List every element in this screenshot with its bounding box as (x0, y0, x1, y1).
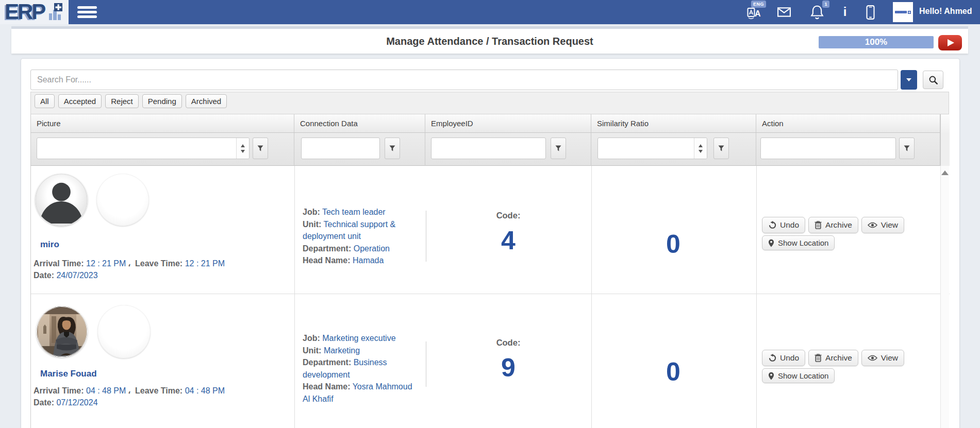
archive-button[interactable]: Archive (808, 217, 858, 233)
filter-button-action[interactable] (899, 138, 915, 159)
column-header-employeeid[interactable]: EmployeeID (425, 114, 591, 133)
search-button[interactable] (923, 71, 943, 89)
attendance-times: Arrival Time: 04 : 48 PM، Leave Time: 04… (34, 386, 225, 396)
view-button[interactable]: View (861, 217, 904, 233)
location-pin-icon (768, 239, 774, 247)
attendance-date: Date: 07/12/2024 (34, 398, 98, 407)
funnel-icon (257, 145, 264, 152)
funnel-icon (718, 145, 725, 152)
employee-code: Code: 9 (426, 338, 591, 381)
archive-button[interactable]: Archive (808, 350, 858, 366)
action-buttons: Undo Archive View (762, 217, 904, 233)
company-logo[interactable] (893, 2, 913, 22)
filter-button-similarity-ratio[interactable] (713, 138, 729, 159)
connection-data: Job: Marketing executive Unit: Marketing… (303, 332, 416, 405)
action-buttons-2: Show Location (762, 368, 835, 383)
tab-pending[interactable]: Pending (142, 94, 182, 108)
filter-input-employeeid[interactable] (431, 138, 546, 159)
funnel-icon (555, 145, 562, 152)
info-icon[interactable]: i (840, 5, 850, 19)
column-header-similarity-ratio[interactable]: Similarity Ratio (591, 114, 756, 133)
picture-filter-spinner[interactable] (236, 138, 249, 159)
notifications-bell-icon[interactable] (810, 5, 824, 22)
vertical-scrollbar[interactable] (940, 166, 949, 428)
app-logo[interactable]: ERP ERP (0, 0, 69, 24)
table-header: Picture Connection Data EmployeeID Simil… (30, 114, 949, 133)
scroll-up-icon[interactable] (941, 170, 949, 175)
company-logo-strip (895, 11, 907, 13)
filter-input-action[interactable] (760, 138, 896, 159)
filter-input-connection-data[interactable] (301, 138, 380, 159)
funnel-icon (903, 145, 910, 152)
view-button[interactable]: View (861, 350, 904, 366)
table-filter-row (30, 133, 949, 166)
top-navbar (0, 0, 980, 24)
column-header-picture[interactable]: Picture (31, 114, 294, 133)
filter-button-picture[interactable] (253, 138, 268, 159)
employee-photo-placeholder (97, 305, 151, 358)
search-icon (928, 75, 938, 85)
company-logo-square (908, 11, 911, 14)
mail-icon[interactable] (777, 7, 791, 19)
filter-button-connection-data[interactable] (385, 138, 400, 159)
action-buttons-2: Show Location (762, 235, 835, 250)
tab-archived[interactable]: Archived (186, 94, 227, 108)
tab-reject[interactable]: Reject (105, 94, 139, 108)
employee-photo-placeholder (96, 174, 149, 226)
scrollbar-track-header (940, 114, 950, 133)
column-header-action[interactable]: Action (756, 114, 940, 133)
location-pin-icon (768, 372, 774, 380)
notifications-badge: 1 (822, 1, 829, 8)
svg-text:A: A (755, 9, 761, 18)
undo-icon (768, 221, 776, 229)
undo-button[interactable]: Undo (762, 350, 805, 366)
show-location-button[interactable]: Show Location (762, 235, 835, 250)
filter-button-employeeid[interactable] (551, 138, 566, 159)
eye-icon (868, 355, 877, 361)
similarity-ratio: 0 (591, 231, 756, 257)
undo-icon (768, 354, 776, 362)
employee-name[interactable]: Marise Fouad (40, 369, 97, 379)
employee-code: Code: 4 (426, 211, 591, 253)
filter-input-similarity-ratio[interactable] (597, 138, 707, 159)
tab-all[interactable]: All (35, 94, 55, 108)
employee-photo (36, 306, 88, 357)
column-header-connection-data[interactable]: Connection Data (294, 114, 425, 133)
filter-input-picture[interactable] (37, 138, 250, 159)
attendance-date: Date: 24/07/2023 (34, 271, 98, 280)
status-filter-bar: All Accepted Reject Pending Archived (30, 92, 949, 114)
funnel-icon (389, 145, 396, 152)
search-dropdown-button[interactable] (901, 70, 917, 90)
mobile-icon[interactable] (866, 5, 875, 22)
search-input[interactable] (30, 70, 898, 90)
language-badge: ENG (751, 1, 766, 8)
video-help-button[interactable] (938, 35, 962, 50)
action-buttons: Undo Archive View (762, 350, 904, 366)
scrollbar-track-filter (940, 133, 950, 166)
undo-button[interactable]: Undo (762, 217, 805, 233)
user-greeting[interactable]: Hello! Ahmed (919, 7, 972, 16)
employee-name[interactable]: miro (40, 239, 59, 250)
play-icon (948, 39, 954, 46)
tab-accepted[interactable]: Accepted (58, 94, 102, 108)
show-location-button[interactable]: Show Location (762, 368, 835, 383)
progress-bar: 100% (819, 36, 934, 48)
similarity-ratio: 0 (591, 359, 756, 385)
eye-icon (868, 222, 877, 228)
svg-text:ERP: ERP (5, 2, 45, 23)
employee-photo (35, 174, 88, 226)
connection-data: Job: Tech team leader Unit: Technical su… (303, 206, 416, 267)
trash-icon (815, 354, 822, 362)
similarity-filter-spinner[interactable] (694, 138, 707, 159)
erp-logo-icon: ERP ERP (5, 2, 64, 23)
row-divider (31, 294, 950, 294)
attendance-times: Arrival Time: 12 : 21 PM، Leave Time: 12… (34, 259, 225, 268)
menu-hamburger-icon[interactable] (77, 6, 97, 19)
chevron-down-icon (906, 78, 911, 81)
trash-icon (815, 221, 822, 229)
